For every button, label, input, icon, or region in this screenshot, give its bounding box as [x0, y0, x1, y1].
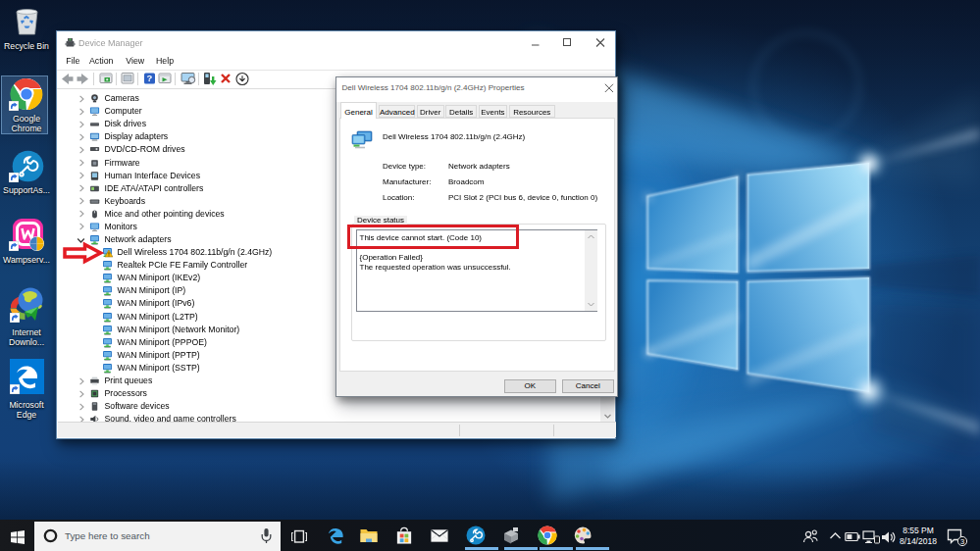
- svg-text:3: 3: [960, 537, 964, 546]
- svg-text:?: ?: [147, 73, 153, 83]
